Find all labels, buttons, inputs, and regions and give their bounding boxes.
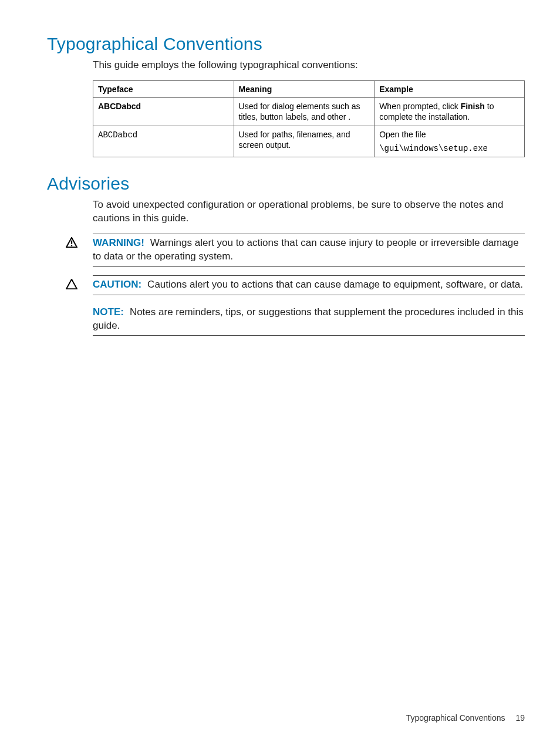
- advisories-intro: To avoid unexpected configuration or ope…: [93, 198, 525, 225]
- example-pre: When prompted, click: [379, 102, 461, 111]
- note-icon-empty: [47, 303, 93, 307]
- table-row: ABCDabcd Used for dialog elements such a…: [93, 98, 525, 126]
- header-example: Example: [375, 80, 525, 97]
- note-text: NOTE:Notes are reminders, tips, or sugge…: [93, 303, 525, 336]
- mono-typeface-sample: ABCDabcd: [98, 130, 137, 140]
- typographical-intro: This guide employs the following typogra…: [93, 59, 525, 72]
- table-header-row: Typeface Meaning Example: [93, 80, 525, 97]
- footer-page-number: 19: [515, 713, 525, 723]
- caution-icon: [47, 275, 93, 289]
- advisories-heading: Advisories: [47, 174, 525, 194]
- table-row: ABCDabcd Used for paths, filenames, and …: [93, 126, 525, 157]
- document-page: Typographical Conventions This guide emp…: [0, 0, 560, 336]
- caution-body: Cautions alert you to actions that can c…: [147, 279, 523, 290]
- note-label: NOTE:: [93, 306, 124, 318]
- caution-label: CAUTION:: [93, 279, 141, 290]
- cell-meaning: Used for dialog elements such as titles,…: [234, 98, 375, 126]
- example-line2-mono: \gui\windows\setup.exe: [379, 143, 519, 154]
- header-typeface: Typeface: [93, 80, 234, 97]
- warning-advisory: WARNING!Warnings alert you to actions th…: [47, 234, 525, 267]
- bold-typeface-sample: ABCDabcd: [98, 102, 141, 111]
- footer-title: Typographical Conventions: [406, 713, 505, 723]
- svg-rect-1: [71, 245, 72, 246]
- header-meaning: Meaning: [234, 80, 375, 97]
- warning-label: WARNING!: [93, 237, 144, 248]
- cell-example: Open the file \gui\windows\setup.exe: [375, 126, 525, 157]
- typographical-conventions-heading: Typographical Conventions: [47, 34, 525, 54]
- cell-example: When prompted, click Finish to complete …: [375, 98, 525, 126]
- caution-advisory: CAUTION:Cautions alert you to actions th…: [47, 275, 525, 295]
- warning-body: Warnings alert you to actions that can c…: [93, 237, 519, 262]
- page-footer: Typographical Conventions 19: [406, 713, 525, 723]
- advisories-section: Advisories To avoid unexpected configura…: [47, 174, 525, 336]
- cell-meaning: Used for paths, filenames, and screen ou…: [234, 126, 375, 157]
- svg-rect-0: [71, 240, 72, 244]
- cell-typeface-mono: ABCDabcd: [93, 126, 234, 157]
- note-advisory: NOTE:Notes are reminders, tips, or sugge…: [47, 303, 525, 336]
- warning-text: WARNING!Warnings alert you to actions th…: [93, 234, 525, 267]
- example-line1: Open the file: [379, 129, 519, 140]
- note-body: Notes are reminders, tips, or suggestion…: [93, 306, 524, 331]
- warning-icon: [47, 234, 93, 248]
- cell-typeface-bold: ABCDabcd: [93, 98, 234, 126]
- advisory-list: WARNING!Warnings alert you to actions th…: [47, 234, 525, 336]
- caution-text: CAUTION:Cautions alert you to actions th…: [93, 275, 525, 295]
- example-bold: Finish: [461, 102, 485, 111]
- typographical-conventions-table: Typeface Meaning Example ABCDabcd Used f…: [93, 80, 525, 157]
